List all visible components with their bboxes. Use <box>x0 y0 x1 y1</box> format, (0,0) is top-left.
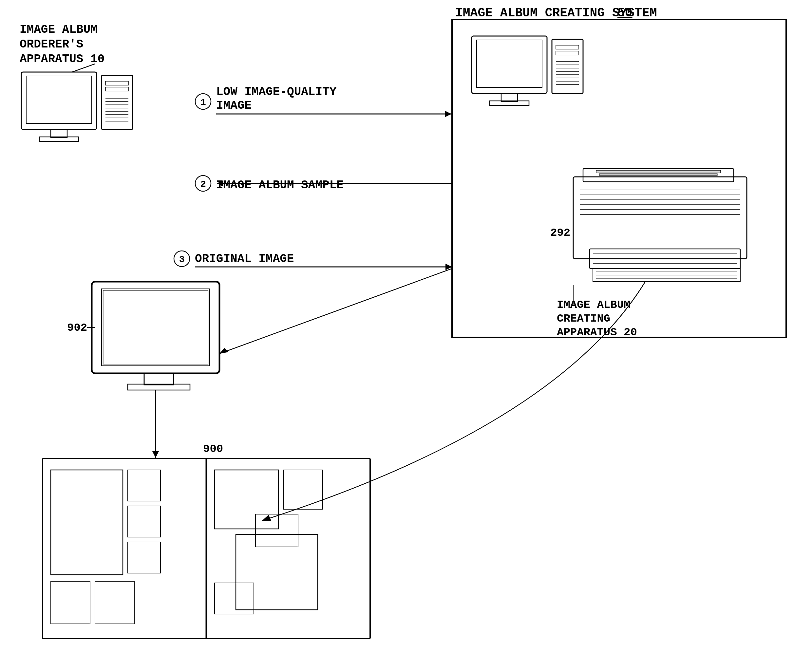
svg-marker-96 <box>152 451 159 458</box>
svg-text:APPARATUS 20: APPARATUS 20 <box>557 326 637 339</box>
svg-text:1: 1 <box>200 97 206 107</box>
svg-text:902: 902 <box>67 322 87 334</box>
svg-text:IMAGE ALBUM: IMAGE ALBUM <box>557 299 630 311</box>
svg-rect-88 <box>51 581 90 624</box>
svg-rect-18 <box>501 93 517 102</box>
svg-rect-6 <box>105 81 128 85</box>
svg-rect-50 <box>144 373 174 385</box>
svg-rect-56 <box>573 177 747 259</box>
svg-text:CREATING: CREATING <box>557 313 610 325</box>
svg-rect-84 <box>51 470 123 575</box>
svg-text:IMAGE ALBUM SAMPLE: IMAGE ALBUM SAMPLE <box>216 179 343 192</box>
svg-text:LOW IMAGE-QUALITY: LOW IMAGE-QUALITY <box>216 85 337 99</box>
svg-rect-49 <box>103 290 208 364</box>
orderer-label-line3: APPARATUS 10 <box>20 52 104 66</box>
svg-rect-16 <box>472 36 547 93</box>
svg-text:IMAGE: IMAGE <box>216 99 252 112</box>
svg-rect-59 <box>600 174 717 175</box>
svg-rect-20 <box>552 39 583 93</box>
svg-rect-3 <box>51 129 67 137</box>
creating-system-number: 50 <box>617 6 632 20</box>
system-box <box>452 20 786 337</box>
svg-rect-91 <box>283 470 323 509</box>
svg-rect-82 <box>206 458 370 639</box>
main-diagram-svg: IMAGE ALBUM CREATING SYSTEM 50 IMAGE ALB… <box>0 0 812 653</box>
svg-rect-17 <box>476 40 542 87</box>
svg-rect-81 <box>43 458 206 639</box>
svg-text:2: 2 <box>200 179 206 189</box>
svg-rect-21 <box>556 45 579 49</box>
svg-rect-22 <box>556 51 579 55</box>
orderer-label-line2: ORDERER'S <box>20 38 83 51</box>
svg-rect-94 <box>255 514 298 547</box>
svg-rect-86 <box>128 506 160 537</box>
svg-line-54 <box>220 269 452 354</box>
svg-rect-85 <box>128 470 160 501</box>
diagram-container: IMAGE ALBUM CREATING SYSTEM 50 IMAGE ALB… <box>0 0 812 653</box>
svg-marker-36 <box>445 111 451 117</box>
orderer-label-line1: IMAGE ALBUM <box>20 23 98 37</box>
svg-text:ORIGINAL IMAGE: ORIGINAL IMAGE <box>195 252 294 265</box>
svg-text:900: 900 <box>203 443 223 455</box>
svg-rect-89 <box>95 581 134 624</box>
svg-rect-2 <box>26 76 92 124</box>
svg-text:3: 3 <box>179 255 185 265</box>
svg-rect-58 <box>596 170 720 173</box>
svg-text:292: 292 <box>550 227 570 239</box>
svg-rect-7 <box>105 87 128 91</box>
svg-rect-92 <box>236 534 318 610</box>
svg-rect-87 <box>128 542 160 573</box>
svg-rect-1 <box>21 72 97 129</box>
svg-marker-55 <box>220 348 229 354</box>
svg-marker-75 <box>262 515 271 521</box>
